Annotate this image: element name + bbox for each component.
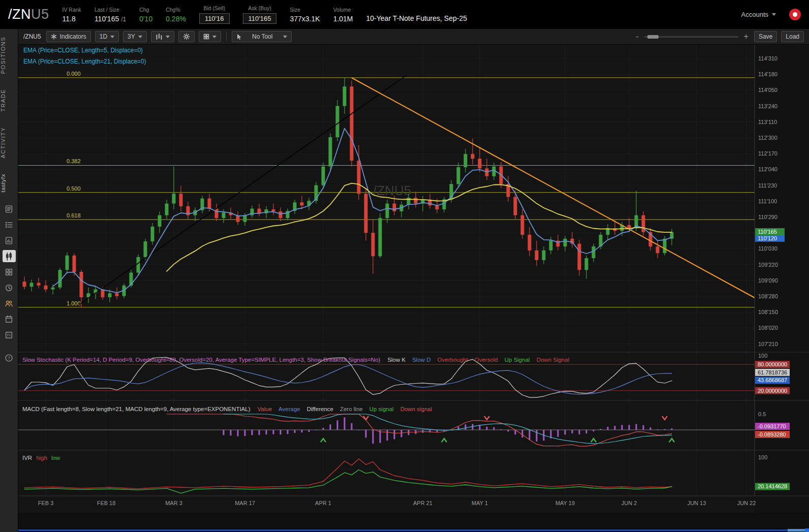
calendar-icon bbox=[5, 315, 13, 324]
grid-watchlist-icon-button[interactable] bbox=[3, 266, 16, 278]
svg-text:MAY 19: MAY 19 bbox=[555, 500, 575, 506]
drawing-tool-dropdown[interactable]: No Tool bbox=[232, 31, 292, 42]
zoom-slider[interactable] bbox=[644, 36, 738, 38]
legend-item: Difference bbox=[307, 406, 333, 412]
indicators-button[interactable]: Indicators bbox=[46, 31, 91, 42]
chart-settings-button[interactable] bbox=[178, 31, 195, 42]
svg-text:107'210: 107'210 bbox=[758, 341, 778, 347]
alert-badge-icon[interactable] bbox=[789, 9, 801, 20]
stochastic-title: Slow Stochastic (K Period=14, D Period=9… bbox=[22, 357, 380, 363]
svg-text:0.5: 0.5 bbox=[758, 411, 766, 417]
svg-text:0.000: 0.000 bbox=[67, 71, 81, 77]
svg-text:80.0000000: 80.0000000 bbox=[758, 361, 787, 367]
macd-legend: ValueAverageDifferenceZero lineUp signal… bbox=[258, 406, 432, 412]
gear-icon bbox=[183, 33, 190, 40]
list-icon-button[interactable] bbox=[3, 218, 16, 231]
indicators-icon bbox=[51, 34, 57, 40]
sidebar-tab-tastyfx[interactable]: tastyfx bbox=[0, 166, 18, 200]
price-chart[interactable]: 0.0000.3820.5000.6181.000/ZNU5114'310114… bbox=[18, 45, 809, 513]
functions-icon: Fx bbox=[5, 331, 13, 339]
svg-text:?: ? bbox=[8, 356, 10, 361]
svg-text:112'040: 112'040 bbox=[758, 166, 777, 172]
chart-type-dropdown[interactable] bbox=[151, 31, 174, 42]
size-field: Size 377x3.1K bbox=[290, 7, 320, 23]
stochastic-study-header[interactable]: Slow Stochastic (K Period=14, D Period=9… bbox=[22, 357, 569, 363]
grid-watchlist-icon bbox=[5, 268, 13, 276]
news-icon-button[interactable] bbox=[3, 203, 16, 215]
svg-text:61.7818736: 61.7818736 bbox=[758, 369, 787, 375]
save-button[interactable]: Save bbox=[754, 31, 777, 42]
sidebar-tab-positions[interactable]: POSITIONS bbox=[0, 29, 18, 81]
sidebar-tab-trade[interactable]: TRADE bbox=[0, 81, 18, 119]
bid-label: Bid (Sell) bbox=[203, 5, 225, 11]
horizontal-scrollbar[interactable] bbox=[18, 528, 809, 532]
svg-text:110'120: 110'120 bbox=[758, 235, 777, 241]
scrollbar-track[interactable] bbox=[18, 529, 804, 531]
people-icon bbox=[5, 299, 13, 308]
timeframe-dropdown[interactable]: 1D bbox=[95, 31, 119, 42]
svg-text:113'240: 113'240 bbox=[758, 103, 777, 109]
legend-item: Slow D bbox=[412, 357, 430, 363]
iv-rank-label: IV Rank bbox=[63, 7, 81, 13]
svg-text:109'220: 109'220 bbox=[758, 262, 778, 268]
svg-text:Fx: Fx bbox=[7, 333, 11, 337]
calendar-icon-button[interactable] bbox=[3, 313, 16, 325]
zoom-out-button[interactable]: - bbox=[634, 32, 640, 41]
cursor-icon bbox=[236, 34, 242, 40]
legend-item: Overbought bbox=[438, 357, 468, 363]
ema21-study-label[interactable]: EMA (Price=CLOSE, Length=21, Displace=0) bbox=[23, 58, 146, 65]
size-label: Size bbox=[290, 7, 320, 13]
macd-study-header[interactable]: MACD (Fast length=8, Slow length=21, MAC… bbox=[22, 406, 432, 412]
volume-value: 1.01M bbox=[333, 15, 353, 23]
svg-text:/ZNU5: /ZNU5 bbox=[373, 183, 411, 198]
range-dropdown[interactable]: 3Y bbox=[123, 31, 147, 42]
ask-button[interactable]: 110'165 bbox=[243, 13, 277, 24]
load-button[interactable]: Load bbox=[781, 31, 804, 42]
legend-item: low bbox=[51, 455, 60, 461]
ema5-study-label[interactable]: EMA (Price=CLOSE, Length=5, Displace=0) bbox=[23, 47, 143, 54]
svg-text:MAR 17: MAR 17 bbox=[235, 500, 255, 506]
list-icon bbox=[5, 221, 13, 229]
svg-text:1.000: 1.000 bbox=[67, 300, 81, 306]
svg-text:114'180: 114'180 bbox=[758, 71, 777, 77]
help-icon-button[interactable]: ? bbox=[3, 352, 16, 364]
svg-text:108'150: 108'150 bbox=[758, 309, 778, 315]
candle-chart-icon-button[interactable] bbox=[3, 250, 16, 262]
accounts-dropdown[interactable]: Accounts bbox=[741, 11, 776, 18]
svg-text:-0.0931770: -0.0931770 bbox=[758, 423, 786, 429]
chg-field: Chg 0'10 bbox=[139, 7, 152, 23]
bid-button[interactable]: 110'16 bbox=[199, 13, 230, 24]
svg-text:JUN 22: JUN 22 bbox=[737, 500, 756, 506]
legend-item: Up signal bbox=[369, 406, 394, 412]
legend-item: Oversold bbox=[475, 357, 498, 363]
svg-text:112'170: 112'170 bbox=[758, 150, 777, 157]
ivr-study-header[interactable]: IVR highlow bbox=[22, 455, 60, 461]
layout-dropdown[interactable] bbox=[199, 31, 221, 42]
scrollbar-handle[interactable] bbox=[788, 529, 805, 531]
bar-chart-icon bbox=[155, 34, 163, 40]
svg-text:FEB 18: FEB 18 bbox=[97, 500, 116, 506]
chevron-down-icon bbox=[110, 36, 114, 38]
last-size-field: Last / Size 110'165 /1 bbox=[95, 7, 126, 23]
candle-chart-icon bbox=[5, 252, 13, 261]
sidebar-tab-activity[interactable]: ACTIVITY bbox=[0, 119, 18, 166]
svg-text:110'030: 110'030 bbox=[758, 245, 777, 252]
svg-text:0.618: 0.618 bbox=[67, 212, 81, 218]
legend-item: Down Signal bbox=[537, 357, 570, 363]
svg-text:JUN 13: JUN 13 bbox=[688, 500, 706, 506]
svg-text:114'050: 114'050 bbox=[758, 87, 777, 93]
zoom-slider-handle[interactable] bbox=[647, 35, 659, 39]
legend-item: Slow K bbox=[387, 357, 406, 363]
svg-text:JUN 2: JUN 2 bbox=[621, 500, 637, 506]
scrollbar-corner bbox=[805, 528, 809, 532]
chart-area[interactable]: 0.0000.3820.5000.6181.000/ZNU5114'310114… bbox=[18, 45, 809, 532]
zoom-in-button[interactable]: + bbox=[742, 32, 750, 41]
report-icon-button[interactable] bbox=[3, 234, 16, 246]
people-icon-button[interactable] bbox=[3, 297, 16, 309]
chg-pct-value: 0.28% bbox=[166, 15, 186, 23]
functions-icon-button[interactable]: Fx bbox=[3, 329, 16, 341]
svg-text:100: 100 bbox=[758, 454, 767, 460]
clock-icon-button[interactable] bbox=[3, 281, 16, 294]
symbol-root: /ZN bbox=[8, 7, 31, 22]
bid-field: Bid (Sell) 110'16 bbox=[199, 5, 230, 24]
